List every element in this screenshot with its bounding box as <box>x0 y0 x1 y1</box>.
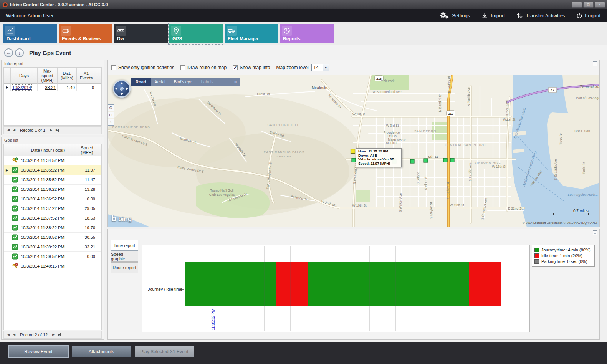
bing-logo[interactable]: b bing <box>111 213 132 223</box>
col-x1-events[interactable]: X1 Events <box>77 68 96 84</box>
map-zoom-out-button[interactable]: ⊖ <box>108 112 114 118</box>
map-zoom-in-button[interactable]: ⊕ <box>108 104 114 111</box>
down-button[interactable]: ↓ <box>15 48 24 57</box>
gps-list-pager-first-button[interactable]: ◀ <box>5 332 11 338</box>
gps-list-row[interactable]: 10/3/2014 11:34:52 PM <box>4 156 101 165</box>
gps-list-row[interactable]: 10/3/2014 11:37:52 PM18.63 <box>4 213 101 223</box>
topbar-import-button[interactable]: Import <box>481 12 505 19</box>
back-button[interactable]: ← <box>4 48 13 57</box>
chart-panel-collapse-button[interactable] <box>593 230 597 235</box>
checkbox-show-only-ignition-activities-box[interactable] <box>111 65 116 70</box>
tab-route-report[interactable]: Route report <box>111 262 138 273</box>
topbar-logout-label: Logout <box>585 13 600 18</box>
idle-swatch-icon <box>534 253 539 258</box>
tab-events-reviews[interactable]: Events & Reviews <box>59 24 112 43</box>
highway-shield: 47 <box>548 87 557 93</box>
info-row-days[interactable]: 10/3/2014 <box>11 84 38 91</box>
gps-list-row[interactable]: 10/3/2014 11:38:22 PM19.70 <box>4 223 101 233</box>
map-compass-control[interactable] <box>113 80 131 98</box>
chart-gridline <box>475 246 475 331</box>
info-row-max-speed[interactable]: 33.21 <box>38 84 58 91</box>
gps-point-marker[interactable] <box>450 158 454 162</box>
attachments-button[interactable]: Attachments <box>72 346 131 357</box>
col-speed[interactable]: Speed (MPH) <box>76 144 98 156</box>
map-view-aerial[interactable]: Aerial <box>151 78 170 86</box>
col-max-speed[interactable]: Max speed (MPH) <box>38 68 58 84</box>
play-selected-x1-event-button[interactable]: Play Selected X1 Event <box>135 346 194 357</box>
checkbox-draw-route-on-map-box[interactable] <box>180 65 185 70</box>
info-report-pager-prev-button[interactable]: ◀ <box>11 127 17 133</box>
info-row-dist[interactable]: 1.40 <box>58 84 77 91</box>
checkbox-show-map-info[interactable]: ✓Show map info <box>233 65 270 70</box>
chevron-down-icon: ▾ <box>323 64 329 71</box>
gps-list-pager-label: Record 2 of 12 <box>20 333 48 337</box>
topbar-settings-button[interactable]: Settings <box>439 12 470 20</box>
gps-list-row[interactable]: 10/3/2014 11:36:22 PM13.28 <box>4 185 101 194</box>
gps-point-marker[interactable] <box>352 158 356 162</box>
gps-list-row[interactable]: ▶10/3/2014 11:35:22 PM11.97 <box>4 165 101 175</box>
map-panel-collapse-button[interactable] <box>593 61 597 66</box>
ignition-on-icon <box>10 157 20 164</box>
titlebar[interactable]: Idrive Control Center - 3.0.2 version - … <box>0 0 607 9</box>
col-date-hour[interactable]: Date / hour (local) <box>20 144 76 156</box>
col-days[interactable]: Days <box>11 68 38 84</box>
info-report-pager-last-button[interactable]: ▶ <box>54 127 60 133</box>
topbar-transfer-activities-button[interactable]: Transfer Activities <box>516 12 565 19</box>
gps-list-row[interactable]: 10/3/2014 11:39:22 PM33.21 <box>4 242 101 252</box>
map-label: SAN PEDRO HILL <box>267 123 299 127</box>
tab-time-report[interactable]: Time report <box>111 240 138 251</box>
tab-reports[interactable]: Reports <box>280 24 334 43</box>
gps-list-pager-prev-button[interactable]: ◀ <box>11 332 17 338</box>
close-button[interactable]: × <box>595 2 605 8</box>
tab-dvr[interactable]: Dvr <box>114 24 168 43</box>
chart-gridline <box>448 246 448 331</box>
map-label: EAST RANCHO PALOS <box>264 151 304 154</box>
map-view-bird-s-eye[interactable]: Bird's eye <box>170 78 197 86</box>
gps-list-row[interactable]: 10/3/2014 11:38:52 PM30.55 <box>4 233 101 242</box>
gps-row-datetime: 10/3/2014 11:40:15 PM <box>20 264 76 268</box>
gps-point-icon <box>10 234 20 240</box>
info-row-x1[interactable]: 0 <box>77 84 96 91</box>
map-zoom-select[interactable]: 14 ▾ <box>311 64 329 71</box>
gps-list-pager-last-button[interactable]: ▶ <box>56 332 63 338</box>
chart-legend: Journey time: 4 min (80%)Idle time: 1 mi… <box>532 245 595 267</box>
selected-gps-marker[interactable] <box>351 149 355 154</box>
review-event-button[interactable]: Review Event <box>9 346 68 357</box>
tab-gps[interactable]: GPS <box>169 24 223 43</box>
days-link[interactable]: 10/3/2014 <box>12 85 31 90</box>
tab-fleet-manager[interactable]: Fleet Manager <box>225 24 278 43</box>
gps-row-datetime: 10/3/2014 11:39:22 PM <box>20 245 76 249</box>
gps-point-marker[interactable] <box>443 158 447 162</box>
topbar-logout-button[interactable]: Logout <box>576 13 600 19</box>
journey-segment <box>308 262 469 306</box>
map-label: S Walker Ave <box>399 193 402 212</box>
tab-speed-graphic[interactable]: Speed graphic <box>111 251 138 262</box>
gps-list-pager-next-button[interactable]: ▶ <box>50 332 56 338</box>
gps-list-row[interactable]: 10/3/2014 11:35:52 PM11.47 <box>4 175 101 185</box>
col-dist[interactable]: Dist. (Miles) <box>58 68 77 84</box>
map-label: Terminal Isl... <box>580 84 599 88</box>
bing-b-icon: b <box>111 213 116 223</box>
gps-list-row[interactable]: 10/3/2014 11:39:52 PM0.00 <box>4 252 101 261</box>
gps-list-row[interactable]: 10/3/2014 11:36:52 PM0.00 <box>4 194 101 204</box>
gps-list-row[interactable]: 10/3/2014 11:37:22 PM29.05 <box>4 204 101 213</box>
tab-dashboard[interactable]: Dashboard <box>3 24 57 43</box>
maximize-button[interactable]: □ <box>583 2 594 8</box>
gps-point-marker[interactable] <box>410 159 414 163</box>
info-report-pager-first-button[interactable]: ◀ <box>5 127 11 133</box>
checkbox-show-map-info-box[interactable]: ✓ <box>233 65 238 70</box>
bing-map[interactable]: 21311047 MiralestePeck ParkW Summerland … <box>108 75 599 227</box>
gps-list-row[interactable]: 10/3/2014 11:40:15 PM <box>4 261 101 271</box>
minimize-button[interactable]: – <box>572 2 582 8</box>
footer-bar: Review EventAttachmentsPlay Selected X1 … <box>0 342 607 364</box>
map-view-labels[interactable]: Labels <box>197 78 218 86</box>
map-label: S Seaside Ave <box>554 159 557 180</box>
map-viewbar-collapse-button[interactable]: « <box>231 78 240 86</box>
gps-point-marker[interactable] <box>424 159 428 162</box>
map-view-road[interactable]: Road <box>131 78 151 86</box>
map-expand-button[interactable]: › <box>108 119 114 126</box>
checkbox-draw-route-on-map[interactable]: Draw route on map <box>180 65 227 70</box>
info-report-pager-next-button[interactable]: ▶ <box>48 127 54 133</box>
gps-point-icon <box>10 253 20 260</box>
checkbox-show-only-ignition-activities[interactable]: Show only ignition activities <box>111 65 174 70</box>
